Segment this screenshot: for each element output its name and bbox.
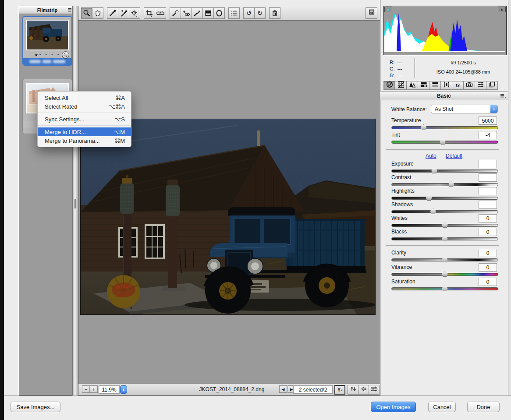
vibrance-slider[interactable] (391, 273, 498, 276)
slider-thumb[interactable] (426, 195, 432, 201)
slider-thumb[interactable] (448, 181, 454, 187)
swap-icon (350, 386, 356, 394)
rotate-right-button[interactable]: ↻ (254, 7, 266, 19)
star-icon[interactable]: ★ (34, 53, 38, 57)
menu-item-select-rated[interactable]: Select Rated ⌥⌘A (38, 102, 131, 111)
spot-removal-tool-button[interactable] (170, 7, 181, 19)
slider-row-contrast: Contrast (391, 174, 498, 187)
swap-before-after-button[interactable] (348, 385, 358, 395)
menu-item-select-all[interactable]: Select All ⌘A (38, 93, 131, 102)
slider-thumb[interactable] (442, 222, 448, 228)
white-balance-tool-button[interactable] (107, 7, 118, 19)
panel-scrollbar[interactable] (508, 0, 511, 395)
adjustment-brush-tool-button[interactable] (192, 7, 203, 19)
targeted-adjustment-tool-button[interactable] (129, 7, 140, 19)
zoom-tool-button[interactable] (81, 7, 92, 19)
hand-tool-button[interactable] (92, 7, 103, 19)
clarity-slider[interactable] (391, 258, 498, 261)
saturation-input[interactable] (479, 278, 497, 286)
tab-camera-calibration[interactable] (463, 81, 475, 90)
highlights-slider[interactable] (391, 197, 498, 200)
rating-dots[interactable]: • • • • (39, 53, 60, 57)
menu-item-merge-to-hdr[interactable]: Merge to HDR... ⌥M (38, 127, 131, 136)
red-eye-tool-button[interactable] (181, 7, 192, 19)
shadow-clipping-indicator[interactable]: ▲ (384, 7, 392, 12)
exposure-slider[interactable] (391, 169, 498, 173)
tint-slider[interactable] (391, 141, 498, 144)
toggle-fullscreen-button[interactable] (366, 7, 377, 19)
blacks-slider[interactable] (391, 237, 498, 240)
previous-image-button[interactable]: ◀ (279, 385, 287, 393)
whites-slider[interactable] (391, 224, 498, 227)
tab-lens-corrections[interactable] (440, 81, 452, 90)
slider-thumb[interactable] (440, 139, 446, 145)
slider-thumb[interactable] (431, 168, 437, 173)
clarity-input[interactable] (479, 249, 497, 257)
copy-settings-button[interactable] (358, 385, 369, 395)
whites-input[interactable] (479, 214, 497, 222)
save-images-button[interactable]: Save Images... (11, 402, 60, 412)
tab-snapshots[interactable] (486, 81, 498, 90)
exif-aperture-shutter: f/9 1/2500 s (420, 60, 506, 65)
cancel-button[interactable]: Cancel (428, 402, 456, 412)
thumbnail-1-rating[interactable]: ★ • • • • (23, 51, 71, 58)
preferences-button[interactable] (228, 7, 240, 19)
slider-thumb[interactable] (442, 257, 448, 262)
shadows-input[interactable] (479, 201, 497, 209)
menu-item-merge-to-panorama[interactable]: Merge to Panorama... ⌘M (38, 136, 131, 145)
default-link[interactable]: Default (446, 153, 462, 159)
menu-item-sync-settings[interactable]: Sync Settings... ⌥S (38, 115, 131, 124)
graduated-filter-tool-button[interactable] (202, 7, 214, 19)
preview-mode-button[interactable]: Y▾ (334, 385, 345, 395)
auto-link[interactable]: Auto (426, 153, 436, 159)
toggle-settings-button[interactable] (369, 385, 380, 395)
zoom-in-button[interactable]: + (90, 385, 98, 393)
color-sampler-tool-button[interactable] (118, 7, 129, 19)
slider-thumb[interactable] (421, 124, 427, 130)
highlights-input[interactable] (479, 187, 497, 195)
temperature-input[interactable] (479, 116, 497, 125)
slider-thumb[interactable] (442, 236, 448, 241)
rotate-cw-icon: ↻ (257, 9, 263, 17)
saturation-slider[interactable] (391, 287, 498, 290)
delete-button[interactable] (269, 7, 280, 19)
tint-input[interactable] (479, 131, 497, 139)
filmstrip-splitter[interactable] (72, 6, 78, 395)
slider-thumb[interactable] (442, 271, 448, 277)
tab-effects[interactable]: fx (452, 81, 464, 90)
open-images-button[interactable]: Open Images (371, 402, 416, 412)
highlight-clipping-indicator[interactable]: ▲ (498, 7, 506, 12)
tab-split-toning[interactable] (429, 81, 441, 90)
straighten-tool-button[interactable] (155, 7, 166, 19)
split-bars-icon (432, 81, 439, 90)
splitter-grip[interactable] (74, 199, 77, 208)
preview-area[interactable]: SHELL GASOLINE (78, 21, 380, 383)
slider-thumb[interactable] (442, 286, 448, 291)
temperature-slider[interactable] (391, 126, 498, 129)
plus-icon: + (92, 386, 95, 392)
zoom-level-field[interactable]: 11.9% (99, 385, 120, 394)
contrast-slider[interactable] (391, 183, 498, 186)
zoom-out-button[interactable]: − (82, 385, 90, 393)
filmstrip-thumbnail-1[interactable]: ★ • • • • (22, 16, 72, 66)
vibrance-input[interactable] (479, 263, 497, 272)
zoom-stepper[interactable]: ▲▼ (120, 385, 127, 394)
list-icon (230, 9, 238, 17)
tab-presets[interactable] (475, 81, 486, 90)
slider-thumb[interactable] (430, 208, 436, 214)
blacks-input[interactable] (479, 228, 497, 236)
tab-hsl-grayscale[interactable] (418, 81, 429, 90)
basic-panel-menu-icon[interactable] (500, 93, 506, 99)
contrast-input[interactable] (479, 173, 497, 182)
done-button[interactable]: Done (467, 402, 500, 412)
white-balance-select[interactable]: As Shot ▲▼ (431, 105, 498, 113)
tab-tone-curve[interactable] (395, 81, 407, 90)
tab-detail[interactable] (406, 81, 418, 90)
tab-basic[interactable] (383, 81, 395, 90)
radial-filter-tool-button[interactable] (213, 7, 225, 19)
rotate-left-button[interactable]: ↺ (243, 7, 255, 19)
crop-tool-button[interactable] (144, 7, 155, 19)
shadows-slider[interactable] (391, 210, 498, 213)
exposure-input[interactable] (479, 160, 497, 168)
preview-image[interactable]: SHELL GASOLINE (80, 119, 376, 315)
